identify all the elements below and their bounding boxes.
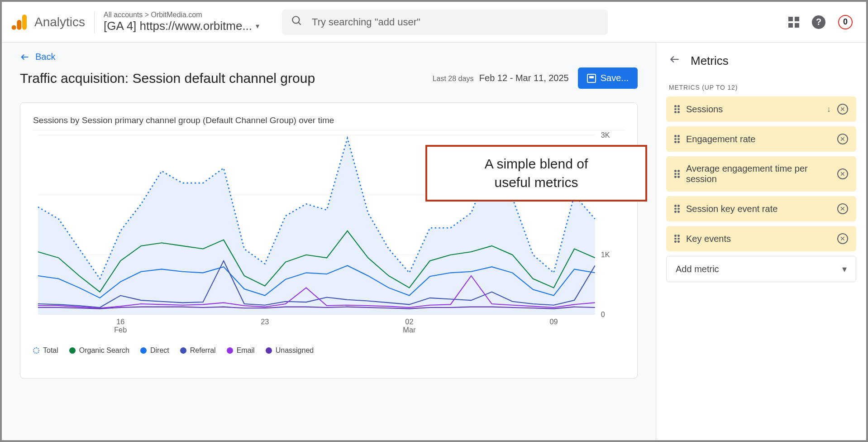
account-selector[interactable]: All accounts > OrbitMedia.com [GA 4] htt… xyxy=(95,11,259,33)
remove-metric-button[interactable]: ✕ xyxy=(837,203,848,214)
add-metric-dropdown[interactable]: Add metric ▾ xyxy=(666,256,856,282)
legend-swatch xyxy=(33,347,39,354)
svg-text:09: 09 xyxy=(549,318,558,326)
svg-rect-0 xyxy=(22,14,27,29)
caret-down-icon: ▾ xyxy=(256,22,259,30)
legend-item[interactable]: Unassigned xyxy=(266,346,314,355)
remove-metric-button[interactable]: ✕ xyxy=(837,168,848,179)
analytics-logo-icon xyxy=(11,13,29,31)
drag-handle-icon[interactable] xyxy=(674,170,680,178)
svg-point-2 xyxy=(12,25,16,29)
legend-item[interactable]: Direct xyxy=(140,346,169,355)
metric-item[interactable]: Engagement rate✕ xyxy=(666,126,856,152)
legend-label: Direct xyxy=(150,346,169,355)
legend-item[interactable]: Total xyxy=(33,346,58,355)
arrow-left-icon xyxy=(20,52,30,62)
legend-swatch xyxy=(140,347,147,354)
remove-metric-button[interactable]: ✕ xyxy=(837,134,848,144)
legend-item[interactable]: Organic Search xyxy=(69,346,129,355)
main-content: Back Traffic acquisition: Session defaul… xyxy=(2,43,656,440)
sidebar-title: Metrics xyxy=(691,54,729,68)
caret-down-icon: ▾ xyxy=(842,264,847,274)
page-title: Traffic acquisition: Session default cha… xyxy=(20,71,424,86)
annotation-callout: A simple blend of useful metrics xyxy=(425,145,647,202)
metrics-sidebar: Metrics METRICS (UP TO 12) Sessions↓✕Eng… xyxy=(656,43,866,440)
metric-item[interactable]: Session key event rate✕ xyxy=(666,196,856,221)
metric-name: Key events xyxy=(686,234,831,244)
help-icon[interactable]: ? xyxy=(812,15,825,29)
save-icon xyxy=(587,74,596,83)
app-header: Analytics All accounts > OrbitMedia.com … xyxy=(2,2,866,43)
drag-handle-icon[interactable] xyxy=(674,105,680,113)
search-input[interactable]: Try searching "add user" xyxy=(282,10,608,35)
metric-item[interactable]: Key events✕ xyxy=(666,226,856,251)
remove-metric-button[interactable]: ✕ xyxy=(837,104,848,115)
legend-swatch xyxy=(69,347,76,354)
legend-item[interactable]: Referral xyxy=(180,346,216,355)
legend-label: Unassigned xyxy=(276,346,314,355)
metric-name: Engagement rate xyxy=(686,134,831,144)
search-placeholder: Try searching "add user" xyxy=(312,16,420,28)
logo-section: Analytics xyxy=(11,11,95,33)
sort-arrow-icon: ↓ xyxy=(827,105,831,114)
drag-handle-icon[interactable] xyxy=(674,235,680,243)
apps-grid-icon[interactable] xyxy=(788,17,799,28)
svg-text:0: 0 xyxy=(601,311,605,318)
product-name: Analytics xyxy=(34,15,85,29)
save-button[interactable]: Save... xyxy=(578,67,638,89)
svg-rect-1 xyxy=(17,20,21,30)
svg-line-4 xyxy=(298,22,300,24)
svg-text:23: 23 xyxy=(261,318,269,326)
legend-item[interactable]: Email xyxy=(227,346,255,355)
svg-text:1K: 1K xyxy=(601,251,610,259)
legend-label: Email xyxy=(237,346,255,355)
legend-label: Referral xyxy=(190,346,216,355)
sidebar-back-button[interactable] xyxy=(669,53,681,68)
svg-text:3K: 3K xyxy=(601,131,610,139)
drag-handle-icon[interactable] xyxy=(674,205,680,213)
svg-text:Feb: Feb xyxy=(114,327,127,334)
drag-handle-icon[interactable] xyxy=(674,135,680,143)
metric-item[interactable]: Sessions↓✕ xyxy=(666,96,856,122)
metric-item[interactable]: Average engagement time per session✕ xyxy=(666,156,856,192)
legend-swatch xyxy=(227,347,233,354)
chart-legend: TotalOrganic SearchDirectReferralEmailUn… xyxy=(33,346,625,355)
svg-text:02: 02 xyxy=(405,318,413,326)
metric-name: Sessions xyxy=(686,104,820,115)
account-name: [GA 4] https://www.orbitme... xyxy=(104,19,252,33)
chart-title: Sessions by Session primary channel grou… xyxy=(33,115,625,125)
search-icon xyxy=(291,15,303,29)
metric-name: Average engagement time per session xyxy=(686,163,831,184)
metric-name: Session key event rate xyxy=(686,204,831,214)
header-actions: ? 0 xyxy=(788,15,857,29)
remove-metric-button[interactable]: ✕ xyxy=(837,233,848,244)
date-range-selector[interactable]: Last 28 days Feb 12 - Mar 11, 2025 xyxy=(433,73,569,83)
legend-swatch xyxy=(266,347,272,354)
account-breadcrumb: All accounts > OrbitMedia.com xyxy=(104,11,259,19)
chart-card: Sessions by Session primary channel grou… xyxy=(20,102,638,379)
legend-label: Total xyxy=(43,346,58,355)
legend-swatch xyxy=(180,347,186,354)
legend-label: Organic Search xyxy=(79,346,129,355)
metrics-section-label: METRICS (UP TO 12) xyxy=(656,79,866,96)
svg-text:16: 16 xyxy=(116,318,124,326)
back-link[interactable]: Back xyxy=(20,52,638,62)
svg-text:Mar: Mar xyxy=(403,327,416,334)
notifications-badge[interactable]: 0 xyxy=(838,15,853,29)
svg-point-3 xyxy=(292,16,299,23)
